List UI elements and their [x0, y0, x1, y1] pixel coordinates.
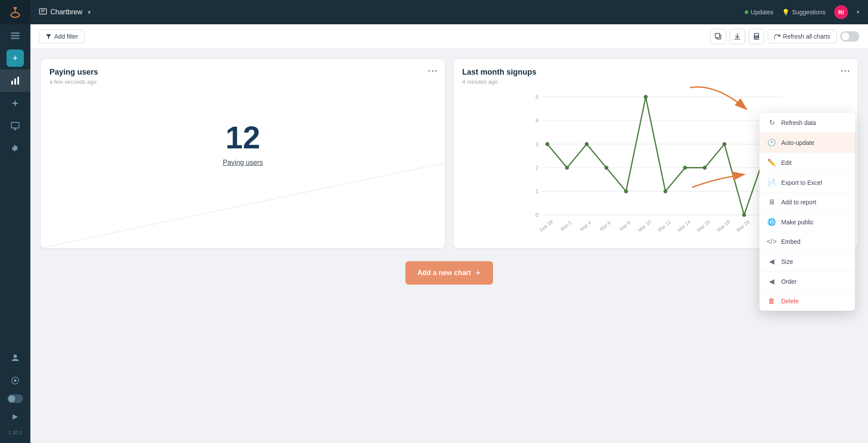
refresh-all-label: Refresh all charts — [783, 33, 830, 40]
sidebar-item-connections[interactable] — [0, 92, 30, 115]
chart-dot — [546, 142, 549, 146]
menu-label-delete: Delete — [781, 298, 799, 305]
svg-rect-7 — [14, 79, 16, 85]
menu-item-make-public[interactable]: 🌐 Make public — [760, 212, 855, 232]
svg-text:Mar 10: Mar 10 — [637, 219, 652, 233]
chevron-left-size-icon: ◀ — [767, 257, 776, 266]
menu-item-embed[interactable]: </> Embed — [760, 232, 855, 251]
paying-users-title: Paying users — [49, 68, 436, 77]
sidebar-collapse-button[interactable]: ▶ — [0, 406, 30, 427]
menu-item-export-excel[interactable]: 📄 Export to Excel — [760, 173, 855, 192]
copy-icon — [715, 33, 722, 40]
menu-item-add-to-report[interactable]: 🖥 Add to report — [760, 193, 855, 212]
topbar-dropdown-icon[interactable]: ▾ — [88, 9, 91, 16]
signups-title: Last month signups — [462, 68, 849, 77]
menu-item-delete[interactable]: 🗑 Delete — [760, 292, 855, 311]
chart-dot — [664, 189, 667, 193]
svg-text:0: 0 — [536, 212, 539, 218]
refresh-all-icon — [774, 33, 780, 39]
add-chart-area: Add a new chart + — [41, 261, 858, 285]
menu-label-refresh-data: Refresh data — [781, 119, 816, 126]
svg-text:Mar 4: Mar 4 — [579, 220, 592, 232]
svg-rect-14 — [11, 122, 19, 128]
sidebar-item-user[interactable] — [0, 347, 30, 369]
download-icon — [734, 33, 741, 40]
content-area: Paying users a few seconds ago ··· 12 Pa… — [30, 49, 868, 443]
svg-text:Mar 8: Mar 8 — [618, 220, 631, 232]
svg-rect-5 — [11, 38, 20, 39]
add-filter-button[interactable]: Add filter — [39, 30, 85, 43]
user-avatar[interactable]: RI — [834, 5, 848, 19]
svg-point-0 — [11, 13, 19, 17]
menu-item-size[interactable]: ◀ Size — [760, 252, 855, 271]
svg-rect-21 — [715, 33, 720, 38]
menu-label-auto-update: Auto-update — [781, 139, 814, 146]
toolbar: Add filter — [30, 24, 868, 49]
paying-users-subtitle: a few seconds ago — [49, 79, 436, 85]
sidebar-item-settings[interactable] — [0, 137, 30, 160]
suggestions-button[interactable]: 💡 Suggestions — [782, 9, 825, 16]
svg-rect-22 — [754, 33, 759, 36]
svg-text:3: 3 — [536, 141, 539, 148]
menu-item-auto-update[interactable]: 🕐 Auto-update — [760, 133, 855, 152]
chart-dot — [605, 166, 608, 170]
updates-indicator[interactable]: Updates — [745, 9, 773, 16]
user-menu-chevron[interactable]: ▾ — [857, 9, 859, 15]
svg-rect-25 — [755, 38, 757, 39]
svg-rect-3 — [11, 33, 20, 34]
svg-rect-4 — [11, 35, 20, 36]
clock-icon: 🕐 — [767, 138, 776, 147]
svg-point-2 — [13, 7, 17, 9]
svg-text:Mar 18: Mar 18 — [716, 219, 731, 233]
auto-refresh-toggle[interactable] — [840, 31, 859, 42]
print-icon-button[interactable] — [749, 29, 764, 44]
sidebar-bottom: ▶ 1.20.0 — [0, 347, 30, 443]
chart-dot — [742, 213, 746, 217]
sidebar-item-charts[interactable] — [0, 69, 30, 92]
signups-menu-button[interactable]: ··· — [841, 66, 851, 76]
svg-text:Feb 28: Feb 28 — [539, 219, 554, 233]
filter-icon — [46, 33, 52, 39]
svg-text:Mar 14: Mar 14 — [677, 219, 692, 233]
menu-label-embed: Embed — [781, 238, 800, 245]
add-chart-plus-icon: + — [475, 267, 481, 279]
edit-icon: ✏️ — [767, 158, 776, 167]
menu-item-order[interactable]: ◀ Order — [760, 272, 855, 291]
sidebar-item-org-settings[interactable] — [0, 369, 30, 392]
refresh-icon: ↻ — [767, 118, 776, 127]
context-menu: ↻ Refresh data 🕐 Auto-update ✏️ Edit 📄 E… — [760, 113, 855, 311]
download-icon-button[interactable] — [730, 29, 745, 44]
chart-dot — [723, 142, 727, 146]
menu-item-edit[interactable]: ✏️ Edit — [760, 153, 855, 172]
svg-line-28 — [41, 163, 445, 248]
svg-text:Mar 16: Mar 16 — [696, 219, 711, 233]
menu-label-export-excel: Export to Excel — [781, 179, 822, 186]
sidebar-item-monitor[interactable] — [0, 115, 30, 137]
menu-item-refresh-data[interactable]: ↻ Refresh data — [760, 113, 855, 132]
toolbar-right: Refresh all charts — [710, 29, 859, 44]
paying-users-menu-button[interactable]: ··· — [428, 66, 438, 76]
add-new-chart-label: Add a new chart — [418, 269, 471, 277]
sidebar-theme-toggle[interactable] — [7, 394, 23, 403]
copy-icon-button[interactable] — [710, 29, 726, 44]
svg-rect-6 — [11, 81, 13, 85]
menu-label-make-public: Make public — [781, 219, 814, 226]
menu-label-size: Size — [781, 258, 793, 265]
sidebar-item-menu[interactable] — [0, 24, 30, 47]
chart-dot — [703, 166, 707, 170]
sidebar-logo[interactable] — [0, 0, 30, 24]
svg-text:Mar 6: Mar 6 — [599, 220, 612, 232]
svg-text:5: 5 — [536, 94, 539, 100]
sidebar: + — [0, 0, 30, 443]
suggestions-label: Suggestions — [792, 9, 825, 16]
globe-icon: 🌐 — [767, 218, 776, 226]
trash-icon: 🗑 — [767, 297, 776, 305]
add-new-chart-button[interactable]: Add a new chart + — [405, 261, 493, 285]
sidebar-add-button[interactable]: + — [7, 49, 24, 67]
refresh-all-button[interactable]: Refresh all charts — [768, 30, 837, 43]
paying-users-card: Paying users a few seconds ago ··· 12 Pa… — [41, 59, 445, 248]
svg-text:Mar 12: Mar 12 — [657, 219, 672, 233]
chart-dot — [624, 189, 628, 193]
svg-rect-8 — [17, 77, 19, 85]
main-wrap: Chartbrew ▾ Updates 💡 Suggestions RI ▾ A… — [30, 0, 868, 443]
